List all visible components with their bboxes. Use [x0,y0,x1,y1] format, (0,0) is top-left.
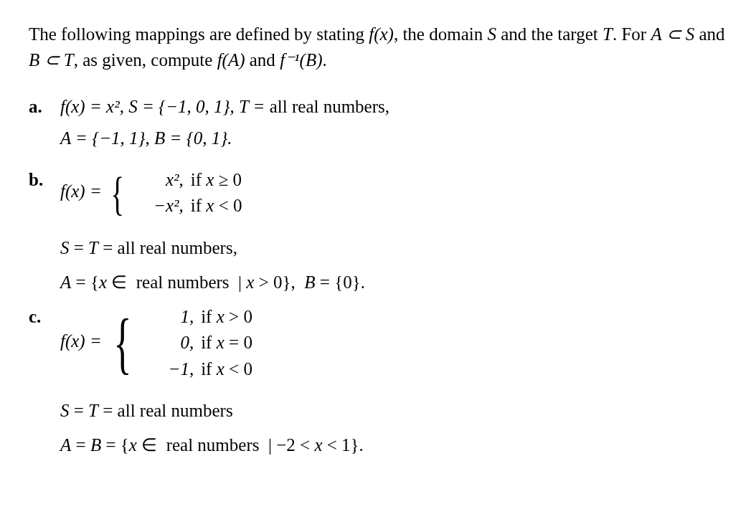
b-r2-val: −x², [153,196,184,215]
problem-a-line1: f(x) = x², S = {−1, 0, 1}, T = all real … [60,94,727,120]
intro-seg: , the domain [394,24,488,44]
b-lhs: f(x) = [60,181,106,201]
problem-c-line2: S = T = all real numbers [29,398,727,424]
intro-text: The following mappings are defined by st… [29,22,727,74]
problem-b-label: b. [29,167,60,193]
intro-Bsub: B ⊂ T [29,50,74,70]
problem-c-label: c. [29,304,60,330]
b-r2-cond: if x < 0 [191,193,242,219]
brace-icon: { [113,312,131,374]
b-r1-val: x², [166,170,184,189]
intro-T: T [603,24,613,44]
problem-a-line2: A = {−1, 1}, B = {0, 1}. [60,125,727,151]
intro-seg: The following mappings are defined by st… [29,24,369,44]
intro-seg: and the target [496,24,603,44]
intro-seg: . For [613,24,651,44]
intro-S: S [487,24,496,44]
intro-seg: and [245,50,280,70]
intro-finvB: f⁻¹(B) [280,50,322,70]
c-r3-val: −1, [169,359,194,379]
c-r3-cond: if x < 0 [201,356,252,382]
piecewise-c: { 1, if x > 0 0, if x = 0 −1, if x < 0 [106,304,252,382]
problem-a-label: a. [29,94,60,120]
a-line2-math: A = {−1, 1}, B = {0, 1}. [60,128,232,148]
problem-b-line3: A = {x ∈ real numbers | x > 0}, B = {0}. [29,270,727,295]
piecewise-b: { x², if x ≥ 0 −x², if x < 0 [106,167,242,219]
problem-b-piecewise: f(x) = { x², if x ≥ 0 −x², if x < 0 [60,167,727,219]
a-line1-text: all real numbers, [270,97,389,116]
intro-fA: f(A) [217,50,245,70]
intro-seg: and [694,24,724,44]
b-r1-cond: if x ≥ 0 [191,167,242,193]
c-r2-val: 0, [180,333,194,352]
c-lhs: f(x) = [60,331,106,351]
c-r1-cond: if x > 0 [201,304,252,330]
problem-c-piecewise: f(x) = { 1, if x > 0 0, if x = 0 −1, if … [60,304,727,382]
c-r2-cond: if x = 0 [201,330,252,356]
problem-a: a. f(x) = x², S = {−1, 0, 1}, T = all re… [29,94,727,158]
problem-c-line3: A = B = {x ∈ real numbers | −2 < x < 1}. [29,432,727,458]
problem-c: c. f(x) = { 1, if x > 0 0, if x = 0 −1, [29,304,727,388]
problem-b: b. f(x) = { x², if x ≥ 0 −x², if x < 0 [29,167,727,225]
brace-icon: { [110,172,124,214]
intro-Asub: A ⊂ S [651,24,694,44]
intro-fx: f(x) [369,24,394,44]
intro-seg: , as given, compute [74,50,217,70]
a-line1-math: f(x) = x², S = {−1, 0, 1}, T = [60,97,270,116]
problem-b-line2: S = T = all real numbers, [29,235,727,261]
c-r1-val: 1, [180,307,194,326]
intro-seg: . [323,50,327,70]
